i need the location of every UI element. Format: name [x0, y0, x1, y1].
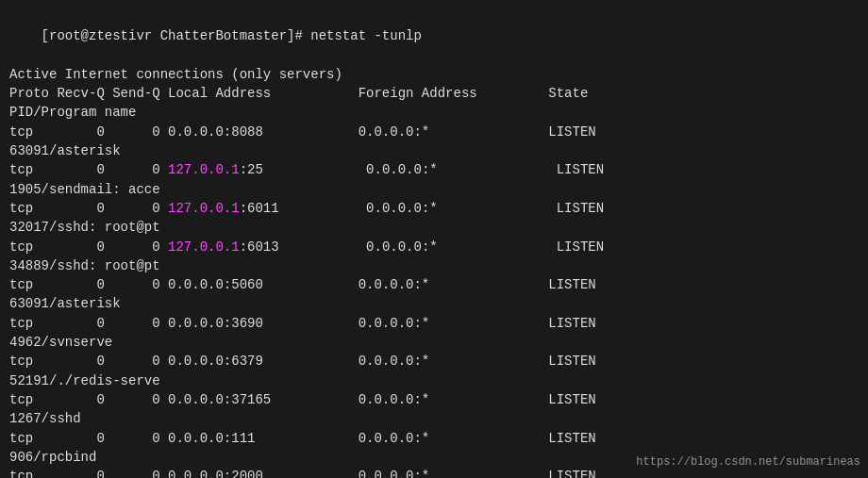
local-addr-highlight: 127.0.0.1: [168, 239, 240, 255]
prompt-line: [root@ztestivr ChatterBotmaster]# netsta…: [9, 8, 859, 65]
pid-header: PID/Program name: [9, 103, 859, 122]
table-row: tcp 0 0 0.0.0.0:8088 0.0.0.0:* LISTEN: [9, 123, 859, 141]
pid-row: 63091/asterisk: [9, 294, 859, 313]
table-row: tcp 0 0 0.0.0.0:3690 0.0.0.0:* LISTEN: [9, 314, 859, 333]
pid-row: 32017/sshd: root@pt: [9, 218, 859, 237]
column-header: Proto Recv-Q Send-Q Local Address Foreig…: [9, 84, 859, 103]
terminal-window: [root@ztestivr ChatterBotmaster]# netsta…: [0, 0, 868, 478]
table-row: tcp 0 0 127.0.0.1:6013 0.0.0.0:* LISTEN: [9, 238, 859, 256]
pid-row: 1905/sendmail: acce: [9, 180, 859, 199]
table-row: tcp 0 0 127.0.0.1:6011 0.0.0.0:* LISTEN: [9, 199, 859, 218]
pid-row: 4962/svnserve: [9, 333, 859, 352]
local-addr-highlight: 127.0.0.1: [168, 162, 240, 177]
table-row: tcp 0 0 0.0.0.0:37165 0.0.0.0:* LISTEN: [9, 390, 859, 409]
table-row: tcp 0 0 0.0.0.0:5060 0.0.0.0:* LISTEN: [9, 275, 859, 294]
pid-row: 63091/asterisk: [9, 141, 859, 160]
table-row: tcp 0 0 0.0.0.0:6379 0.0.0.0:* LISTEN: [9, 352, 859, 371]
pid-row: 34889/sshd: root@pt: [9, 256, 859, 275]
pid-row: 1267/sshd: [9, 409, 859, 428]
active-connections-line: Active Internet connections (only server…: [9, 65, 859, 84]
table-row: tcp 0 0 127.0.0.1:25 0.0.0.0:* LISTEN: [9, 160, 859, 179]
pid-row: 52191/./redis-serve: [9, 371, 859, 390]
prompt-text: [root@ztestivr ChatterBotmaster]# netsta…: [42, 28, 422, 43]
table-row: tcp 0 0 0.0.0.0:111 0.0.0.0:* LISTEN: [9, 429, 859, 448]
local-addr-highlight: 127.0.0.1: [168, 201, 240, 216]
watermark: https://blog.csdn.net/submarineas: [636, 454, 860, 470]
